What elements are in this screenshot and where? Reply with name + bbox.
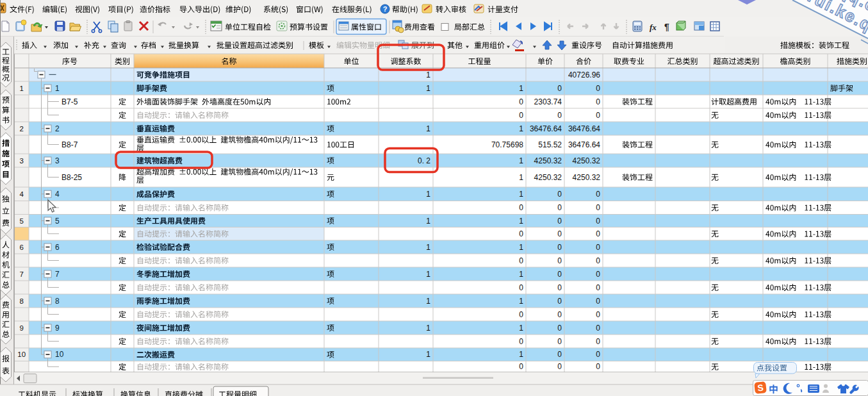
- svg-text:2: 2: [19, 125, 23, 133]
- svg-text:515.52: 515.52: [538, 140, 562, 149]
- svg-text:0: 0: [596, 297, 600, 306]
- svg-text:S: S: [757, 383, 764, 393]
- svg-text:1: 1: [426, 190, 430, 199]
- svg-text:7: 7: [19, 270, 23, 278]
- svg-text:1: 1: [426, 324, 430, 333]
- svg-text:1: 1: [519, 243, 523, 252]
- svg-text:3: 3: [55, 156, 60, 165]
- svg-text:0: 0: [519, 256, 523, 265]
- svg-text:0: 0: [596, 217, 600, 226]
- svg-text:4250.32: 4250.32: [534, 173, 562, 182]
- svg-text:0: 0: [596, 270, 600, 279]
- svg-text:1: 1: [519, 324, 523, 333]
- svg-text:0: 0: [519, 229, 523, 238]
- svg-text:1: 1: [519, 350, 523, 359]
- svg-text:0: 0: [596, 97, 600, 106]
- svg-text:1: 1: [55, 84, 60, 93]
- svg-text:0: 0: [519, 362, 523, 371]
- svg-text:36476.64: 36476.64: [530, 124, 562, 133]
- svg-text:1: 1: [426, 217, 430, 226]
- svg-text:36476.64: 36476.64: [568, 124, 600, 133]
- svg-text:B7-5: B7-5: [61, 97, 78, 106]
- svg-text:1: 1: [519, 124, 523, 133]
- svg-text:3: 3: [19, 157, 23, 165]
- svg-text:0: 0: [557, 324, 562, 333]
- svg-text:6: 6: [55, 243, 60, 252]
- svg-text:0: 0: [596, 283, 600, 292]
- svg-text:4250.32: 4250.32: [534, 156, 562, 165]
- svg-text:0: 0: [596, 243, 600, 252]
- svg-text:0: 0: [557, 350, 562, 359]
- svg-text:70.75698: 70.75698: [491, 140, 523, 149]
- svg-text:0: 0: [557, 283, 562, 292]
- svg-text:0: 0: [519, 310, 523, 319]
- svg-text:0: 0: [557, 297, 562, 306]
- svg-text:0: 0: [557, 243, 562, 252]
- svg-text:10: 10: [55, 350, 64, 359]
- svg-text:10: 10: [17, 351, 26, 358]
- svg-text:4250.32: 4250.32: [573, 173, 601, 182]
- svg-text:1: 1: [19, 85, 23, 92]
- svg-text:0: 0: [557, 310, 562, 319]
- svg-text:1: 1: [519, 173, 523, 182]
- svg-text:2303.74: 2303.74: [534, 97, 562, 106]
- svg-text:1: 1: [519, 297, 523, 306]
- svg-text:9: 9: [19, 324, 23, 332]
- svg-text:1: 1: [519, 84, 523, 93]
- svg-text:0: 0: [596, 256, 600, 265]
- svg-text:0: 0: [596, 350, 600, 359]
- svg-text:4: 4: [19, 190, 24, 198]
- svg-text:9: 9: [55, 324, 60, 333]
- svg-text:0: 0: [519, 337, 523, 346]
- svg-text:1: 1: [426, 70, 430, 79]
- svg-text:fx: fx: [650, 22, 657, 32]
- svg-text:0: 0: [596, 111, 600, 120]
- svg-text:0: 0: [519, 203, 523, 212]
- svg-text:4250.32: 4250.32: [573, 156, 601, 165]
- svg-text:B8-25: B8-25: [61, 173, 82, 182]
- svg-text:8: 8: [19, 297, 23, 305]
- svg-text:4: 4: [55, 190, 60, 199]
- svg-text:0: 0: [557, 256, 562, 265]
- svg-text:1: 1: [519, 270, 523, 279]
- svg-text:1: 1: [426, 270, 430, 279]
- svg-text:1: 1: [426, 243, 430, 252]
- svg-text:1: 1: [426, 297, 430, 306]
- svg-text:1: 1: [519, 156, 523, 165]
- svg-text:?: ?: [383, 5, 388, 13]
- svg-text:0: 0: [596, 310, 600, 319]
- svg-text:0: 0: [557, 337, 562, 346]
- svg-text:0: 0: [596, 84, 600, 93]
- svg-text:0: 0: [596, 203, 600, 212]
- svg-text:1: 1: [426, 124, 430, 133]
- svg-text:0: 0: [519, 111, 523, 120]
- svg-text:B8-7: B8-7: [61, 140, 78, 149]
- svg-text:0: 0: [557, 111, 562, 120]
- svg-text:5: 5: [19, 217, 23, 225]
- svg-text:36476.64: 36476.64: [568, 140, 600, 149]
- svg-text:0: 0: [519, 283, 523, 292]
- svg-text:8: 8: [55, 297, 60, 306]
- svg-text:0: 0: [557, 217, 562, 226]
- svg-text:0: 0: [596, 337, 600, 346]
- svg-text:1: 1: [519, 190, 523, 199]
- svg-text:6: 6: [19, 243, 23, 251]
- svg-text:0: 0: [596, 190, 600, 199]
- svg-text:1: 1: [519, 217, 523, 226]
- svg-text:¶: ¶: [664, 22, 669, 32]
- svg-text:0: 0: [519, 97, 523, 106]
- svg-text:0: 0: [557, 270, 562, 279]
- svg-text:0: 0: [596, 229, 600, 238]
- svg-text:0: 0: [557, 84, 562, 93]
- svg-text:1: 1: [426, 350, 430, 359]
- svg-text:0: 0: [596, 324, 600, 333]
- svg-text:40726.96: 40726.96: [568, 70, 600, 79]
- svg-text:1: 1: [426, 84, 430, 93]
- svg-text:7: 7: [55, 270, 60, 279]
- svg-text:0: 0: [557, 190, 562, 199]
- svg-text:0: 0: [596, 362, 600, 371]
- svg-text:0: 0: [557, 203, 562, 212]
- svg-text:2: 2: [55, 124, 60, 133]
- svg-text:0: 0: [557, 229, 562, 238]
- svg-text:0: 0: [557, 362, 562, 371]
